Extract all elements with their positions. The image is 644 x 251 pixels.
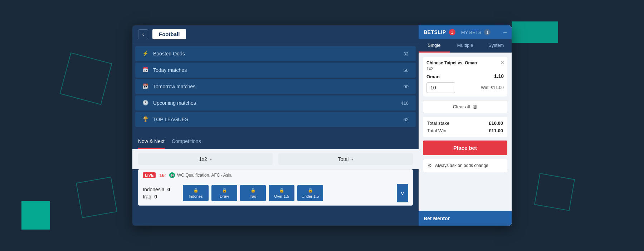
tab-system[interactable]: System: [480, 39, 512, 53]
total-stake-value: £10.00: [489, 120, 503, 126]
football-tab[interactable]: Football: [152, 29, 186, 39]
match-more-button[interactable]: ∨: [397, 184, 408, 202]
menu-label: Upcoming matches: [153, 100, 396, 106]
betslip-close-button[interactable]: –: [503, 29, 507, 35]
team-info: Indonesia 0 Iraq 0: [143, 187, 179, 200]
bolt-icon: ⚡: [142, 50, 149, 57]
dropdown-total-label: Total: [338, 156, 349, 162]
gear-icon: ⚙: [428, 163, 432, 168]
odds-label-away: Iraq: [250, 194, 257, 198]
back-icon: ‹: [142, 31, 144, 37]
clear-all-label: Clear all: [453, 104, 470, 109]
bet-stake-row: Win: £11.00: [426, 82, 504, 93]
odds-change-button[interactable]: ⚙ Always ask on odds change: [423, 159, 507, 172]
odds-label-draw: Draw: [220, 194, 229, 198]
team1-score: 0: [167, 187, 170, 192]
menu-item-boosted[interactable]: ⚡ Boosted Odds 32: [135, 46, 416, 61]
live-time: 16': [159, 173, 166, 178]
odds-btn-draw[interactable]: 🔒 Draw: [211, 185, 237, 201]
menu-label: Tomorrow matches: [153, 84, 399, 89]
competition-label: WC Qualification, AFC · Asia: [177, 173, 231, 178]
bet-item: Chinese Taipei vs. Oman ✕ 1x2 Oman 1.10 …: [423, 57, 507, 97]
betslip-header: BETSLIP 1 MY BETS 1 –: [419, 25, 512, 39]
team1-name: Indonesia: [143, 187, 165, 192]
betslip-title: BETSLIP: [424, 29, 446, 35]
bet-close-button[interactable]: ✕: [500, 60, 504, 65]
odds-btn-away[interactable]: 🔒 Iraq: [240, 185, 266, 201]
back-button[interactable]: ‹: [138, 29, 148, 39]
menu-item-top-leagues[interactable]: 🏆 TOP LEAGUES 62: [135, 112, 416, 127]
tab-now-and-next[interactable]: Now & Next: [138, 136, 165, 149]
mybets-badge: 1: [484, 29, 491, 35]
lock-icon: 🔒: [279, 188, 284, 193]
lock-icon: 🔒: [222, 188, 227, 193]
menu-count: 62: [404, 117, 409, 122]
total-win-label: Total Win: [427, 128, 446, 133]
total-win-value: £11.00: [489, 128, 503, 133]
section-tabs: Now & Next Competitions: [132, 130, 419, 149]
match-content: Indonesia 0 Iraq 0 🔒 Indones 🔒: [138, 181, 413, 205]
betslip-badge: 1: [449, 29, 455, 35]
tab-competitions[interactable]: Competitions: [172, 136, 201, 149]
main-container: ‹ Football ⚡ Boosted Odds 32 📅 Today mat…: [132, 25, 512, 226]
betslip-tabs: Single Multiple System: [419, 39, 512, 53]
menu-item-upcoming[interactable]: 🕐 Upcoming matches 416: [135, 95, 416, 110]
total-stake-label: Total stake: [427, 120, 449, 126]
stake-input[interactable]: [426, 82, 455, 93]
odds-label-over: Over 1.5: [274, 194, 289, 198]
competition-icon: ⚽: [169, 172, 175, 178]
menu-count: 416: [401, 100, 409, 106]
menu-count: 56: [404, 68, 409, 73]
betslip-content: Chinese Taipei vs. Oman ✕ 1x2 Oman 1.10 …: [419, 53, 512, 211]
bet-type: 1x2: [426, 66, 504, 71]
dropdown-1x2-label: 1x2: [199, 156, 207, 162]
chevron-down-icon: ▾: [210, 157, 212, 161]
match-header: LIVE 16' ⚽ WC Qualification, AFC · Asia: [138, 169, 413, 181]
team2-name: Iraq: [143, 194, 151, 200]
odds-label-home: Indones: [189, 194, 203, 198]
team-row-1: Indonesia 0: [143, 187, 179, 192]
live-badge: LIVE: [143, 172, 156, 178]
team-row-2: Iraq 0: [143, 194, 179, 200]
bg-shape-3: [512, 21, 558, 43]
bg-shape-4: [534, 173, 575, 211]
bet-selection: Oman: [426, 74, 440, 79]
chevron-down-icon: ∨: [400, 190, 405, 197]
bet-odds: 1.10: [494, 73, 504, 79]
panel-header: ‹ Football: [132, 25, 419, 43]
mybets-label: MY BETS: [461, 30, 482, 35]
calendar-check-icon: 📆: [142, 83, 149, 90]
menu-label: TOP LEAGUES: [153, 117, 399, 122]
odds-btn-over[interactable]: 🔒 Over 1.5: [269, 185, 294, 201]
lock-icon: 🔒: [193, 188, 199, 193]
odds-btn-under[interactable]: 🔒 Under 1.5: [297, 185, 323, 201]
competition-info: ⚽ WC Qualification, AFC · Asia: [169, 172, 231, 178]
lock-icon: 🔒: [250, 188, 256, 193]
menu-list: ⚡ Boosted Odds 32 📅 Today matches 56 📆 T…: [132, 43, 419, 130]
bet-match: Chinese Taipei vs. Oman: [426, 60, 484, 65]
total-win-row: Total Win £11.00: [427, 128, 503, 133]
tab-multiple[interactable]: Multiple: [450, 39, 481, 53]
menu-count: 90: [404, 84, 409, 89]
place-bet-button[interactable]: Place bet: [423, 141, 507, 155]
right-panel: BETSLIP 1 MY BETS 1 – Single Multiple Sy…: [419, 25, 512, 226]
bet-mentor-section: Bet Mentor: [419, 211, 512, 226]
bg-shape-1: [60, 53, 112, 105]
menu-label: Boosted Odds: [153, 51, 399, 56]
bg-teal-bottom-left: [21, 201, 50, 230]
menu-item-today[interactable]: 📅 Today matches 56: [135, 63, 416, 78]
totals-section: Total stake £10.00 Total Win £11.00: [423, 117, 507, 137]
clear-all-button[interactable]: Clear all 🗑: [423, 100, 507, 113]
bg-shape-2: [76, 177, 117, 218]
tab-single[interactable]: Single: [419, 39, 450, 53]
match-row: LIVE 16' ⚽ WC Qualification, AFC · Asia …: [138, 169, 413, 206]
odds-btn-home[interactable]: 🔒 Indones: [183, 185, 209, 201]
dropdown-1x2[interactable]: 1x2 ▾: [138, 153, 273, 165]
chevron-down-icon: ▾: [351, 157, 353, 161]
odds-buttons: 🔒 Indones 🔒 Draw 🔒 Iraq 🔒 Over 1.5: [183, 185, 392, 201]
team2-score: 0: [154, 194, 157, 200]
dropdown-row: 1x2 ▾ Total ▾: [132, 149, 419, 169]
menu-item-tomorrow[interactable]: 📆 Tomorrow matches 90: [135, 79, 416, 94]
dropdown-total[interactable]: Total ▾: [278, 153, 413, 165]
lock-icon: 🔒: [308, 188, 313, 193]
